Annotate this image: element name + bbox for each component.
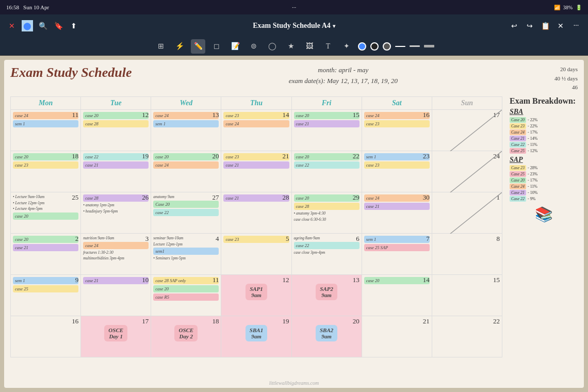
case-tag: Case 20 [510, 177, 526, 183]
header-thu: Thu [221, 96, 291, 109]
exam-sba1: SBA19am [246, 325, 267, 341]
battery-display: 38% [563, 5, 573, 10]
pct-text: - 22% [528, 124, 537, 128]
cell-apr21: 21 case 23 case 21 [221, 151, 291, 192]
chevron-down-icon[interactable]: ▾ [333, 23, 335, 29]
cell-text: multimorbidities 3pm-4pm [83, 256, 149, 261]
breakdown-item: Case 23 - 22% [510, 123, 578, 129]
event-tag: case 20 [83, 112, 149, 119]
cell-apr22: 22 case 20 case 22 [291, 151, 362, 192]
cell-apr23: 23 sem 1 case 23 [362, 151, 432, 192]
calendar-area: Mon Tue Wed Thu Fri Sat Sun [10, 96, 578, 357]
cell-text: fractures 1:30-2:30 [83, 250, 149, 255]
schedule-paper: Exam Study Schedule month: april - may e… [4, 60, 584, 388]
event-tag: case 23 [223, 112, 289, 119]
event-tag: case 23 [13, 161, 78, 169]
blue-color-dot[interactable] [358, 42, 366, 51]
pct-text: - 28% [528, 166, 537, 170]
line-width-thick[interactable] [424, 45, 434, 47]
case-tag: Case 25 [510, 148, 526, 154]
breakdown-item: Case 24 - 17% [510, 129, 578, 135]
cell-may21: 21 [362, 316, 432, 357]
line-width-medium[interactable] [410, 45, 420, 47]
sba-label: SBA [510, 108, 578, 116]
cell-apr17: 17 [432, 109, 502, 151]
eraser-tool[interactable]: ◻ [209, 39, 224, 54]
half-days-count: 40 ½ days [554, 74, 578, 84]
event-tag: case 22 [153, 209, 219, 216]
lasso-tool[interactable]: ⊚ [247, 39, 261, 54]
event-tag: sem 1 [364, 153, 430, 160]
pencil-tool[interactable]: 📝 [228, 39, 242, 54]
close-doc-icon[interactable]: ✕ [555, 20, 566, 31]
bluetooth-icon[interactable]: ⚡ [172, 39, 187, 54]
exam-sap2: SAP29am [316, 284, 337, 300]
event-tag: case 28 SAP only [153, 277, 219, 284]
marker-tool[interactable]: ✦ [339, 39, 354, 54]
event-tag: case 24 [364, 112, 430, 119]
circle-icon[interactable]: ⬤ [22, 20, 33, 31]
pct-text: - 17% [528, 130, 537, 135]
event-tag: case 20 [153, 153, 219, 160]
table-row: 11 case 24 sem 1 12 case 20 [11, 109, 502, 151]
star-tool[interactable]: ★ [284, 39, 298, 54]
save-icon[interactable]: 📋 [540, 20, 551, 31]
exam-sap1: SAP19am [246, 284, 267, 300]
pen-tool[interactable]: ✏️ [191, 39, 205, 54]
cell-may15: 15 [432, 274, 502, 316]
image-tool[interactable]: 🖼 [302, 39, 317, 54]
exam-sba2: SBA29am [316, 325, 337, 341]
table-row: 9 sem 1 case 25 10 case 21 [11, 274, 502, 316]
event-tag: case 20 [294, 112, 360, 119]
breakdown-item: Case 22 - 9% [510, 196, 578, 202]
breakdown-item: Case 20 - 17% [510, 177, 578, 183]
breakdown-item: Case 21 - 10% [510, 190, 578, 195]
undo-icon[interactable]: ↩ [509, 20, 520, 31]
cell-text: nutrition 9am-10am [83, 236, 149, 241]
redo-icon[interactable]: ↪ [524, 20, 535, 31]
header-counts: 20 days 40 ½ days 46 [554, 65, 578, 92]
event-tag: case 28 [83, 194, 149, 202]
event-tag: case 20 [13, 213, 78, 220]
event-tag: case 21 [364, 203, 430, 210]
event-tag: case 21 [83, 277, 149, 284]
shape-tool[interactable]: ◯ [265, 39, 280, 54]
case-tag: Case 21 [510, 190, 526, 195]
table-row: 18 case 20 case 23 19 case 22 [11, 151, 502, 192]
header-wed: Wed [151, 96, 221, 109]
cell-may16: 16 [11, 316, 81, 357]
app-toolbar: ✕ ⬤ 🔍 🔖 ⬆ Exam Study Schedule A4 ▾ ↩ ↪ 📋… [0, 14, 588, 37]
cell-may2: 2 case 20 case 21 [11, 233, 81, 274]
breakdown-item: Case 21 - 14% [510, 136, 578, 141]
line-width-thin[interactable] [395, 46, 405, 47]
more-icon[interactable]: ··· [570, 20, 582, 31]
cell-may9: 9 sem 1 case 25 [11, 274, 81, 316]
cell-apr26: 26 case 28 • anatomy 1pm-2pm • headinjur… [81, 192, 151, 233]
case-tag: Case 21 [510, 136, 526, 141]
case-tag: Case 25 [510, 171, 526, 177]
close-button[interactable]: ✕ [6, 20, 18, 31]
cell-text: case close 3pm-4pm [294, 250, 360, 255]
pct-text: - 11% [528, 184, 537, 189]
breakdown-item: Case 24 - 11% [510, 184, 578, 189]
search-icon[interactable]: 🔍 [37, 20, 48, 31]
share-icon[interactable]: ⬆ [68, 20, 79, 31]
cell-apr30: 30 case 24 case 21 [362, 192, 432, 233]
bookmark-icon[interactable]: 🔖 [53, 20, 64, 31]
select-tool[interactable]: ⊞ [154, 39, 168, 54]
event-tag: sem 1 [364, 236, 430, 243]
case-tag: Case 22 [510, 142, 526, 148]
cell-may22: 22 [432, 316, 502, 357]
cell-text: • Lecture 9am-10am [13, 194, 78, 200]
event-tag: case 25 SAP [364, 244, 430, 251]
calendar-grid: Mon Tue Wed Thu Fri Sat Sun [10, 96, 502, 357]
dark-color-dot[interactable] [383, 42, 391, 51]
header-mon: Mon [11, 96, 81, 109]
cell-text: case close 6:30-6:30 [294, 217, 360, 222]
event-tag: case 24 [83, 242, 149, 249]
black-color-dot[interactable] [370, 42, 379, 51]
breakdown-item: Case 20 - 22% [510, 117, 578, 123]
status-bar: 16:58 Sun 10 Apr ··· 📶 38% 🔋 [0, 0, 588, 14]
text-tool[interactable]: T [321, 39, 335, 54]
header-sun: Sun [432, 96, 502, 109]
